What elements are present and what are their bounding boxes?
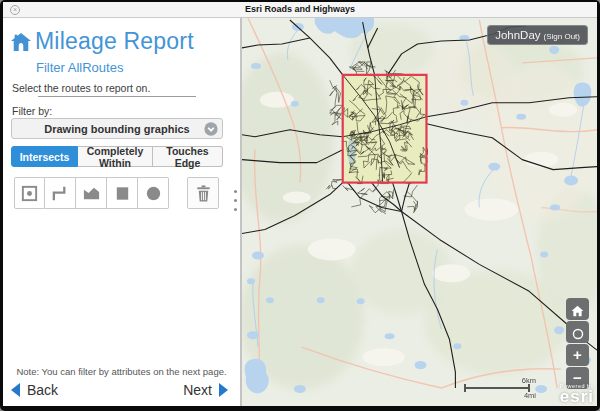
- panel-header: Mileage Report: [10, 28, 194, 55]
- polyline-tool-button[interactable]: [45, 177, 76, 209]
- point-icon: [20, 184, 39, 203]
- home-extent-icon: [571, 305, 584, 317]
- home-icon: [10, 32, 32, 52]
- tab-touches-edge[interactable]: Touches Edge: [153, 146, 223, 167]
- note-text: Note: You can filter by attributes on th…: [3, 366, 240, 377]
- tab-intersects[interactable]: Intersects: [11, 146, 78, 167]
- trash-icon: [194, 184, 213, 203]
- polyline-icon: [51, 184, 70, 203]
- scale-mi-label: 4mi: [464, 391, 536, 400]
- scale-bar: 6km 4mi: [464, 376, 536, 400]
- home-extent-button[interactable]: [566, 298, 589, 320]
- title-bar: × Esri Roads and Highways: [3, 2, 597, 18]
- window-title: Esri Roads and Highways: [3, 4, 597, 14]
- locate-icon: [571, 327, 585, 341]
- mileage-report-panel: Mileage Report Filter AllRoutes Select t…: [3, 18, 240, 406]
- divider-line: [38, 96, 196, 97]
- dropdown-value: Drawing bounding graphics: [44, 123, 189, 135]
- circle-tool-button[interactable]: [138, 177, 169, 209]
- back-button[interactable]: Back: [11, 382, 58, 398]
- app-window: × Esri Roads and Highways Mileage Report…: [0, 0, 600, 411]
- filter-by-label: Filter by:: [12, 105, 52, 117]
- user-sign-out-button[interactable]: JohnDay (Sign Out): [487, 25, 588, 45]
- esri-wordmark: esri: [560, 389, 594, 405]
- draw-tools-toolbar: [14, 177, 219, 209]
- scale-km-label: 6km: [464, 376, 536, 385]
- polygon-tool-button[interactable]: [76, 177, 107, 209]
- polygon-icon: [82, 184, 101, 203]
- chevron-down-icon: [204, 122, 218, 136]
- circle-icon: [144, 184, 163, 203]
- zoom-in-button[interactable]: +: [566, 344, 589, 366]
- map-navigation-controls: + −: [566, 298, 589, 390]
- scale-bar-line: [464, 387, 530, 389]
- back-label: Back: [27, 382, 58, 398]
- window-content: × Esri Roads and Highways Mileage Report…: [3, 2, 597, 406]
- delete-graphics-button[interactable]: [187, 177, 219, 209]
- basemap: [242, 18, 597, 406]
- rectangle-tool-button[interactable]: [107, 177, 138, 209]
- next-arrow-icon: [219, 383, 228, 397]
- panel-resize-handle[interactable]: [234, 190, 237, 217]
- bounding-method-dropdown[interactable]: Drawing bounding graphics: [11, 118, 223, 139]
- back-arrow-icon: [11, 383, 20, 397]
- spatial-relation-tabs: Intersects Completely Within Touches Edg…: [11, 146, 223, 167]
- esri-logo: Powered by esri: [560, 383, 594, 405]
- next-button[interactable]: Next: [183, 382, 228, 398]
- rectangle-icon: [113, 184, 132, 203]
- sign-out-label: (Sign Out): [544, 32, 580, 41]
- map-view[interactable]: JohnDay (Sign Out) + − 6km: [242, 18, 597, 406]
- panel-subtitle: Filter AllRoutes: [36, 60, 123, 75]
- instruction-text: Select the routes to report on.: [12, 82, 150, 94]
- tab-completely-within[interactable]: Completely Within: [78, 146, 153, 167]
- locate-button[interactable]: [566, 321, 589, 343]
- page-title: Mileage Report: [35, 28, 194, 55]
- username-label: JohnDay: [495, 25, 540, 45]
- point-tool-button[interactable]: [14, 177, 45, 209]
- next-label: Next: [183, 382, 212, 398]
